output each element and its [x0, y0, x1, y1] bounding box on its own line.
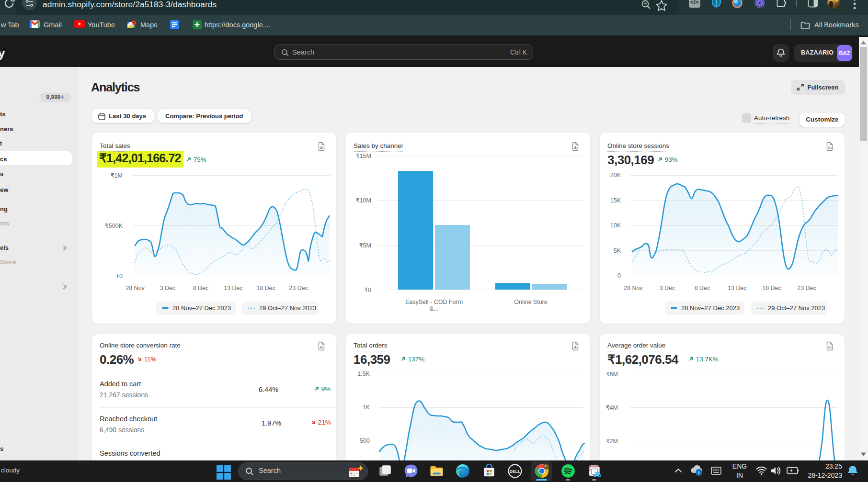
svg-text:i: i — [698, 470, 700, 475]
svg-text:DELL: DELL — [510, 469, 520, 474]
